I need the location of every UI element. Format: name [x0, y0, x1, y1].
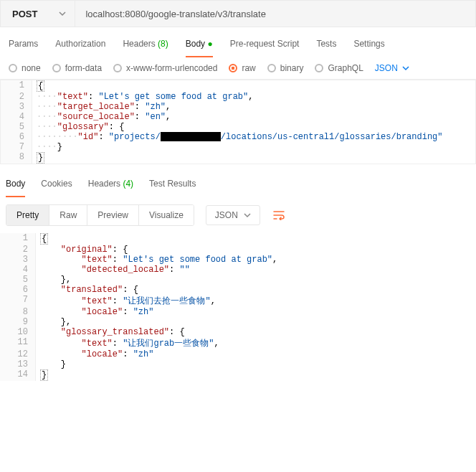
radio-raw-label: raw — [242, 63, 255, 73]
redacted-text — [161, 132, 221, 141]
method-dropdown[interactable]: POST — [1, 9, 75, 19]
response-language-label: JSON — [215, 210, 238, 220]
chevron-down-icon — [244, 212, 251, 219]
resp-tab-cookies[interactable]: Cookies — [41, 179, 72, 197]
radio-formdata-label: form-data — [65, 63, 102, 73]
body-type-bar: none form-data x-www-form-urlencoded raw… — [0, 57, 476, 80]
request-tabs: Params Authorization Headers (8) Body ● … — [0, 27, 476, 57]
radio-none-label: none — [22, 63, 41, 73]
radio-dot — [315, 64, 323, 72]
view-visualize[interactable]: Visualize — [139, 205, 194, 225]
radio-binary[interactable]: binary — [267, 63, 304, 73]
radio-xform[interactable]: x-www-form-urlencoded — [113, 63, 217, 73]
resp-tab-headers-label: Headers — [88, 179, 120, 189]
radio-formdata[interactable]: form-data — [52, 63, 102, 73]
resp-tab-body[interactable]: Body — [6, 179, 25, 197]
resp-tab-headers[interactable]: Headers (4) — [88, 179, 133, 197]
radio-graphql-label: GraphQL — [328, 63, 363, 73]
resp-tab-testresults[interactable]: Test Results — [149, 179, 196, 197]
method-label: POST — [12, 9, 37, 19]
view-pretty[interactable]: Pretty — [6, 205, 49, 225]
response-body-editor[interactable]: 1{ 2 "original": { 3 "text": "Let's get … — [0, 233, 476, 381]
request-bar: POST localhost:8080/google-translate/v3/… — [0, 0, 476, 27]
view-segment: Pretty Raw Preview Visualize — [6, 204, 194, 226]
radio-none[interactable]: none — [9, 63, 41, 73]
chevron-down-icon — [59, 9, 66, 19]
radio-raw[interactable]: raw — [229, 63, 255, 73]
radio-dot — [9, 64, 17, 72]
wrap-lines-icon[interactable] — [270, 207, 287, 224]
radio-dot — [52, 64, 61, 72]
body-dirty-dot: ● — [207, 39, 212, 49]
tab-headers[interactable]: Headers (8) — [123, 39, 168, 57]
response-tabs: Body Cookies Headers (4) Test Results — [0, 164, 476, 197]
tab-body-label: Body — [186, 39, 205, 49]
view-raw[interactable]: Raw — [49, 205, 87, 225]
url-input[interactable]: localhost:8080/google-translate/v3/trans… — [75, 1, 475, 27]
view-preview[interactable]: Preview — [87, 205, 139, 225]
tab-settings[interactable]: Settings — [353, 39, 384, 57]
radio-xform-label: x-www-form-urlencoded — [126, 63, 217, 73]
resp-tab-headers-count: (4) — [123, 179, 133, 189]
radio-dot — [113, 64, 122, 72]
chevron-down-icon — [402, 65, 409, 72]
radio-dot-selected — [229, 64, 237, 72]
body-language-dropdown[interactable]: JSON — [375, 63, 409, 73]
tab-params[interactable]: Params — [9, 39, 38, 57]
radio-dot — [267, 64, 276, 72]
tab-authorization[interactable]: Authorization — [55, 39, 105, 57]
tab-body[interactable]: Body ● — [186, 39, 213, 57]
tab-headers-label: Headers — [123, 39, 155, 49]
response-language-dropdown[interactable]: JSON — [206, 205, 260, 225]
tab-tests[interactable]: Tests — [316, 39, 336, 57]
tab-prerequest[interactable]: Pre-request Script — [230, 39, 300, 57]
response-viewbar: Pretty Raw Preview Visualize JSON — [0, 197, 476, 233]
radio-graphql[interactable]: GraphQL — [315, 63, 363, 73]
url-text: localhost:8080/google-translate/v3/trans… — [85, 9, 266, 19]
tab-headers-count: (8) — [158, 39, 168, 49]
radio-binary-label: binary — [280, 63, 304, 73]
request-body-editor[interactable]: 1{ 2····"text": "Let's get some food at … — [0, 80, 476, 164]
language-label: JSON — [375, 63, 398, 73]
